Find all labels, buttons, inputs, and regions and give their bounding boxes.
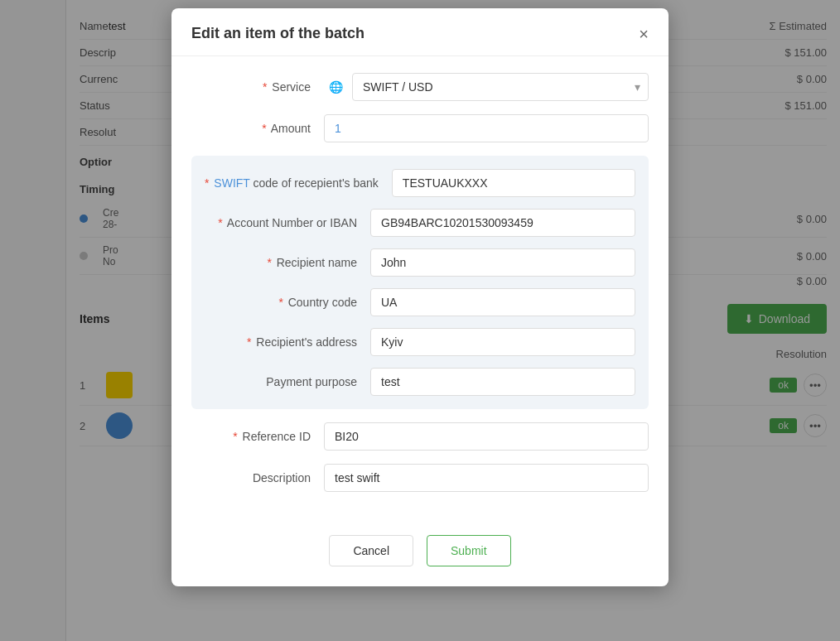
- country-required-star: *: [278, 296, 282, 309]
- modal-title: Edit an item of the batch: [191, 25, 364, 42]
- service-select[interactable]: SWIFT / USD SEPA / EUR: [352, 73, 649, 101]
- account-label: Account Number or IBAN: [227, 216, 357, 229]
- reference-label-container: * Reference ID: [191, 430, 324, 443]
- service-label: Service: [272, 80, 311, 94]
- country-row: * Country code: [205, 288, 635, 316]
- address-label: Recipient's address: [256, 335, 357, 349]
- description-label: Description: [253, 471, 311, 484]
- purpose-label-container: Payment purpose: [205, 375, 370, 388]
- account-label-container: * Account Number or IBAN: [205, 216, 370, 229]
- amount-label-container: * Amount: [191, 122, 324, 135]
- country-input[interactable]: [370, 288, 635, 316]
- swift-code-label-container: * SWIFT code of recepient's bank: [205, 176, 392, 190]
- recipient-label: Recipient name: [277, 256, 357, 269]
- service-select-wrapper[interactable]: SWIFT / USD SEPA / EUR ▾: [352, 73, 649, 101]
- modal-body: * Service 🌐 SWIFT / USD SEPA / EUR ▾ * A…: [171, 56, 669, 522]
- reference-input[interactable]: [324, 422, 649, 451]
- amount-label: Amount: [271, 122, 311, 135]
- swift-details-section: * SWIFT code of recepient's bank * Accou…: [191, 156, 649, 409]
- purpose-row: Payment purpose: [205, 368, 635, 396]
- modal-footer: Cancel Submit: [171, 522, 669, 586]
- cancel-button[interactable]: Cancel: [329, 535, 413, 566]
- recipient-name-row: * Recipient name: [205, 248, 635, 277]
- address-input[interactable]: [370, 328, 635, 356]
- description-input[interactable]: [324, 464, 649, 492]
- reference-row: * Reference ID: [191, 422, 649, 451]
- recipient-input[interactable]: [370, 248, 635, 277]
- account-input[interactable]: [370, 209, 635, 237]
- amount-row: * Amount: [191, 114, 649, 142]
- address-required-star: *: [247, 335, 251, 349]
- country-label: Country code: [288, 296, 357, 309]
- recipient-required-star: *: [267, 256, 271, 269]
- modal-header: Edit an item of the batch ×: [171, 8, 669, 56]
- country-label-container: * Country code: [205, 296, 370, 309]
- recipient-label-container: * Recipient name: [205, 256, 370, 269]
- address-label-container: * Recipient's address: [205, 335, 370, 349]
- swift-required-star: *: [205, 176, 209, 190]
- swift-text: SWIFT: [214, 176, 249, 190]
- swift-code-input[interactable]: [392, 169, 635, 197]
- description-label-container: Description: [191, 471, 324, 484]
- globe-icon: 🌐: [324, 75, 347, 99]
- close-button[interactable]: ×: [639, 26, 649, 42]
- reference-label: Reference ID: [243, 430, 311, 443]
- service-row: * Service 🌐 SWIFT / USD SEPA / EUR ▾: [191, 73, 649, 101]
- edit-modal: Edit an item of the batch × * Service 🌐 …: [171, 8, 669, 586]
- swift-code-label-suffix: code of recepient's bank: [253, 176, 379, 190]
- amount-required-star: *: [262, 122, 266, 135]
- purpose-input[interactable]: [370, 368, 635, 396]
- purpose-label: Payment purpose: [266, 375, 357, 388]
- modal-overlay: Edit an item of the batch × * Service 🌐 …: [0, 0, 840, 641]
- service-required-star: *: [263, 80, 267, 94]
- address-row: * Recipient's address: [205, 328, 635, 356]
- amount-input[interactable]: [324, 114, 649, 142]
- description-row: Description: [191, 464, 649, 492]
- reference-required-star: *: [233, 430, 237, 443]
- service-label-container: * Service: [191, 80, 324, 94]
- swift-code-row: * SWIFT code of recepient's bank: [205, 169, 635, 197]
- account-row: * Account Number or IBAN: [205, 209, 635, 237]
- account-required-star: *: [218, 216, 222, 229]
- submit-button[interactable]: Submit: [427, 535, 511, 566]
